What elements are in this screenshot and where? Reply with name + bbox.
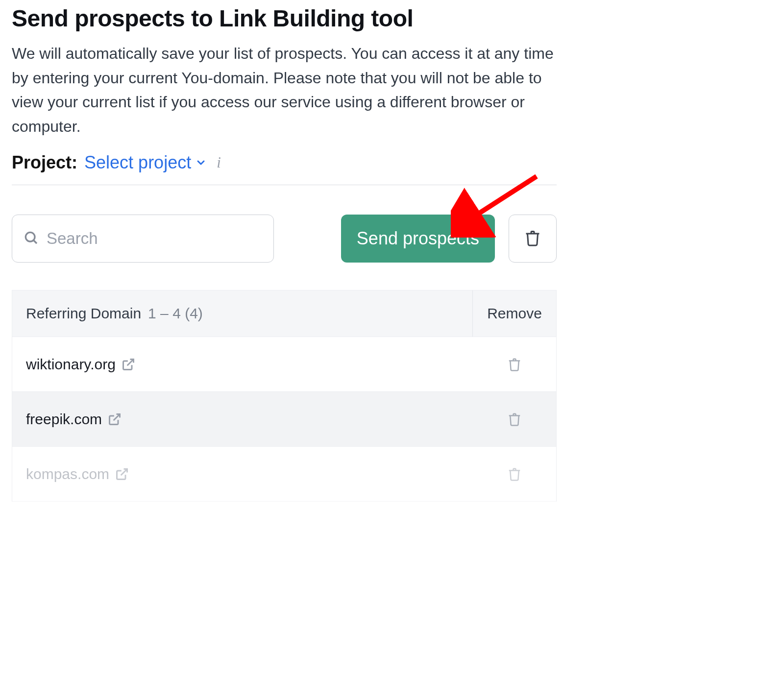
external-link-icon[interactable] (108, 412, 122, 426)
remove-row-button[interactable] (473, 467, 556, 482)
project-label: Project: (12, 152, 77, 173)
external-link-icon[interactable] (115, 467, 129, 481)
page-title: Send prospects to Link Building tool (12, 5, 557, 32)
domain-link[interactable]: wiktionary.org (26, 356, 116, 373)
domain-link[interactable]: freepik.com (26, 411, 102, 428)
search-icon (23, 230, 39, 247)
search-field-wrapper[interactable] (12, 215, 274, 263)
col-header-remove: Remove (473, 290, 556, 337)
col-header-domain-label: Referring Domain (26, 305, 141, 322)
project-row: Project: Select project i (12, 152, 557, 185)
table-header: Referring Domain 1 – 4 (4) Remove (12, 290, 556, 337)
domain-link[interactable]: kompas.com (26, 466, 109, 482)
prospects-table: Referring Domain 1 – 4 (4) Remove wiktio… (12, 290, 557, 502)
domain-cell: kompas.com (12, 466, 473, 482)
col-header-domain-range: 1 – 4 (4) (148, 305, 203, 322)
delete-all-button[interactable] (509, 215, 557, 263)
svg-line-4 (121, 469, 127, 475)
domain-cell: wiktionary.org (12, 356, 473, 373)
domain-cell: freepik.com (12, 411, 473, 428)
remove-row-button[interactable] (473, 357, 556, 372)
send-prospects-button[interactable]: Send prospects (341, 215, 495, 263)
table-row: kompas.com (12, 447, 556, 502)
svg-point-0 (25, 233, 35, 242)
col-header-referring-domain: Referring Domain 1 – 4 (4) (12, 290, 473, 337)
info-icon[interactable]: i (217, 154, 221, 171)
trash-icon (524, 229, 541, 248)
search-input[interactable] (47, 229, 263, 248)
table-row: freepik.com (12, 392, 556, 447)
remove-row-button[interactable] (473, 412, 556, 427)
svg-line-2 (127, 359, 134, 365)
table-row: wiktionary.org (12, 337, 556, 392)
svg-line-1 (34, 241, 37, 243)
external-link-icon[interactable] (122, 358, 135, 371)
toolbar: Send prospects (12, 215, 557, 263)
page-description: We will automatically save your list of … (12, 42, 557, 139)
chevron-down-icon (195, 157, 207, 169)
svg-line-3 (114, 414, 120, 420)
project-select-dropdown[interactable]: Select project (84, 152, 207, 173)
project-select-text: Select project (84, 152, 191, 173)
